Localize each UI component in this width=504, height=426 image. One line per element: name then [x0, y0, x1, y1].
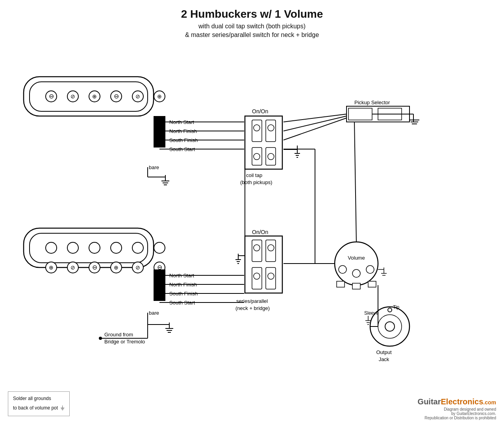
svg-point-121: [352, 269, 360, 277]
svg-point-52: [268, 245, 274, 251]
subtitle-line2: & master series/parallel switch for neck…: [185, 31, 319, 38]
title-area: 2 Humbuckers w/ 1 Volume with dual coil …: [0, 0, 504, 40]
svg-text:⊕: ⊕: [157, 93, 162, 100]
svg-rect-125: [368, 281, 376, 287]
svg-point-139: [388, 308, 392, 312]
svg-point-38: [268, 153, 274, 160]
svg-rect-48: [245, 236, 282, 293]
svg-text:coil tap: coil tap: [246, 172, 262, 178]
svg-point-67: [46, 242, 57, 253]
watermark-area: GuitarElectronics.com Diagram designed a…: [418, 397, 496, 420]
subtitle-line1: with dual coil tap switch (both pickups): [198, 23, 306, 30]
ground-symbol: ⏚: [61, 404, 65, 411]
svg-text:Output: Output: [376, 349, 391, 355]
copyright-line1: Diagram designed and owned: [418, 407, 496, 411]
svg-rect-108: [348, 108, 372, 120]
subtitle: with dual coil tap switch (both pickups)…: [0, 22, 504, 40]
svg-text:On/On: On/On: [252, 229, 268, 235]
svg-text:bare: bare: [149, 310, 159, 316]
svg-point-69: [89, 242, 100, 253]
svg-line-135: [354, 122, 356, 242]
svg-text:Jack: Jack: [379, 356, 389, 362]
copyright-line3: Republication or Distribution is prohibi…: [418, 416, 496, 420]
svg-text:Tip: Tip: [393, 304, 400, 310]
svg-point-32: [254, 125, 260, 131]
svg-point-36: [254, 153, 260, 160]
watermark-logo: GuitarElectronics.com: [418, 397, 496, 406]
svg-text:Volume: Volume: [348, 255, 365, 261]
watermark-com: .com: [483, 399, 496, 406]
svg-text:⊘: ⊘: [70, 264, 75, 271]
svg-text:Sleeve: Sleeve: [364, 310, 379, 316]
copyright-line2: by GuitarElectronics.com.: [418, 411, 496, 416]
svg-point-70: [111, 242, 122, 253]
svg-text:⊘: ⊘: [70, 93, 75, 100]
svg-point-118: [335, 242, 378, 285]
svg-rect-30: [245, 116, 282, 169]
svg-text:Ground from: Ground from: [104, 332, 133, 337]
svg-text:series/parallel: series/parallel: [236, 298, 268, 304]
main-container: 2 Humbuckers w/ 1 Volume with dual coil …: [0, 0, 504, 426]
svg-text:⊕: ⊕: [114, 264, 119, 271]
svg-rect-124: [352, 283, 360, 289]
svg-text:⊖: ⊖: [92, 264, 97, 271]
svg-text:On/On: On/On: [252, 108, 268, 114]
diagram-svg: ⊖ ⊘ ⊕ ⊖ ⊘ ⊕ North Start North Finish Sou…: [0, 55, 504, 409]
watermark-electronics: Electronics: [441, 397, 483, 406]
watermark-guitar: Guitar: [418, 397, 441, 406]
svg-text:Bridge or Tremolo: Bridge or Tremolo: [104, 339, 145, 345]
svg-point-56: [268, 273, 274, 279]
svg-text:(neck + bridge): (neck + bridge): [235, 305, 270, 311]
svg-text:⊘: ⊘: [135, 264, 140, 271]
svg-point-122: [366, 266, 374, 273]
footer-solder-note: Solder all grounds to back of volume pot…: [8, 391, 70, 416]
svg-text:bare: bare: [149, 164, 159, 170]
svg-point-50: [254, 245, 260, 251]
svg-rect-14: [154, 116, 165, 148]
svg-rect-85: [154, 269, 165, 301]
svg-text:⊖: ⊖: [49, 93, 54, 100]
svg-point-120: [339, 266, 346, 273]
svg-text:⊕: ⊕: [49, 264, 54, 271]
diagram-area: ⊖ ⊘ ⊕ ⊖ ⊘ ⊕ North Start North Finish Sou…: [0, 55, 504, 409]
svg-point-138: [385, 322, 395, 331]
svg-point-68: [67, 242, 78, 253]
svg-text:Pickup Selector: Pickup Selector: [354, 100, 390, 105]
svg-point-72: [154, 242, 165, 253]
svg-point-54: [254, 273, 260, 279]
svg-point-34: [268, 125, 274, 131]
svg-text:⊖: ⊖: [114, 93, 119, 100]
main-title: 2 Humbuckers w/ 1 Volume: [0, 8, 504, 20]
svg-point-71: [132, 242, 143, 253]
svg-rect-123: [337, 281, 345, 287]
svg-text:⊘: ⊘: [135, 93, 140, 100]
svg-text:⊕: ⊕: [92, 93, 97, 100]
solder-note-text: Solder all grounds to back of volume pot: [13, 396, 58, 411]
